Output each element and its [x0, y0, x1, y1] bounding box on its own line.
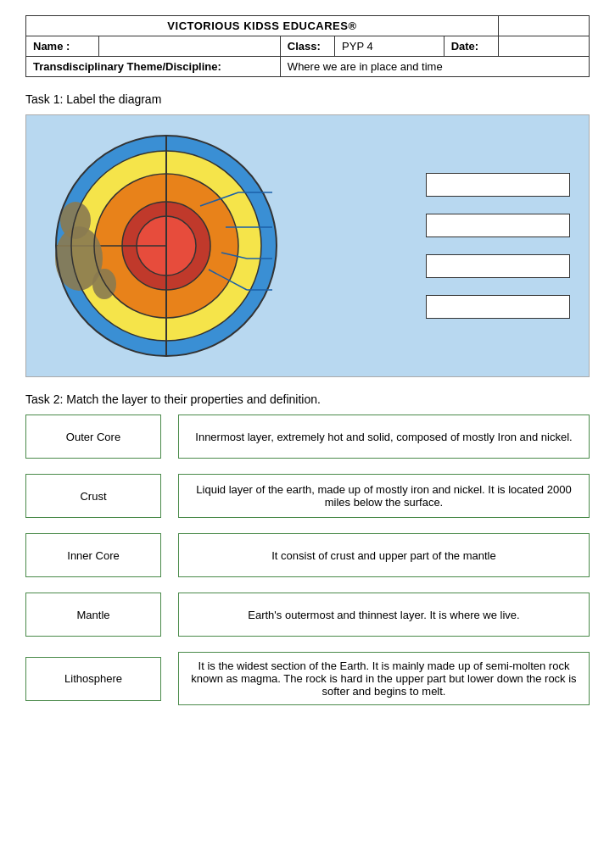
label-box-1[interactable]	[426, 173, 570, 197]
match-row-4: Lithosphere It is the widest section of …	[25, 652, 590, 705]
theme-label: Transdisciplinary Theme/Discipline:	[26, 57, 281, 77]
header-table: VICTORIOUS KIDSS EDUCARES® Name : Class:…	[25, 15, 590, 77]
label-boxes	[426, 115, 570, 376]
name-label: Name :	[26, 36, 99, 57]
match-left-1[interactable]: Crust	[25, 474, 161, 518]
label-box-3[interactable]	[426, 254, 570, 278]
match-left-2[interactable]: Inner Core	[25, 533, 161, 577]
match-right-2: It consist of crust and upper part of th…	[178, 533, 590, 577]
school-title: VICTORIOUS KIDSS EDUCARES®	[26, 16, 499, 36]
match-right-0: Innermost layer, extremely hot and solid…	[178, 415, 590, 459]
match-row-3: Mantle Earth's outermost and thinnest la…	[25, 593, 590, 637]
class-label: Class:	[280, 36, 334, 57]
match-row-0: Outer Core Innermost layer, extremely ho…	[25, 415, 590, 459]
name-value[interactable]	[98, 36, 280, 57]
page: VICTORIOUS KIDSS EDUCARES® Name : Class:…	[0, 0, 615, 868]
date-label: Date:	[444, 36, 498, 57]
match-right-3: Earth's outermost and thinnest layer. It…	[178, 593, 590, 637]
match-left-0[interactable]: Outer Core	[25, 415, 161, 459]
match-right-4: It is the widest section of the Earth. I…	[178, 652, 590, 705]
task1-label: Task 1: Label the diagram	[25, 92, 590, 106]
match-row-1: Crust Liquid layer of the earth, made up…	[25, 474, 590, 518]
svg-point-8	[60, 202, 91, 239]
task2-grid: Outer Core Innermost layer, extremely ho…	[25, 415, 590, 705]
task2-label: Task 2: Match the layer to their propert…	[25, 392, 590, 406]
label-box-2[interactable]	[426, 214, 570, 237]
match-left-3[interactable]: Mantle	[25, 593, 161, 637]
class-value: PYP 4	[335, 36, 444, 57]
earth-diagram	[43, 127, 289, 364]
match-left-4[interactable]: Lithosphere	[25, 657, 161, 701]
date-value[interactable]	[498, 36, 589, 57]
theme-value: Where we are in place and time	[280, 57, 589, 77]
label-box-4[interactable]	[426, 295, 570, 319]
match-row-2: Inner Core It consist of crust and upper…	[25, 533, 590, 577]
match-right-1: Liquid layer of the earth, made up of mo…	[178, 474, 590, 518]
diagram-area	[25, 114, 590, 377]
